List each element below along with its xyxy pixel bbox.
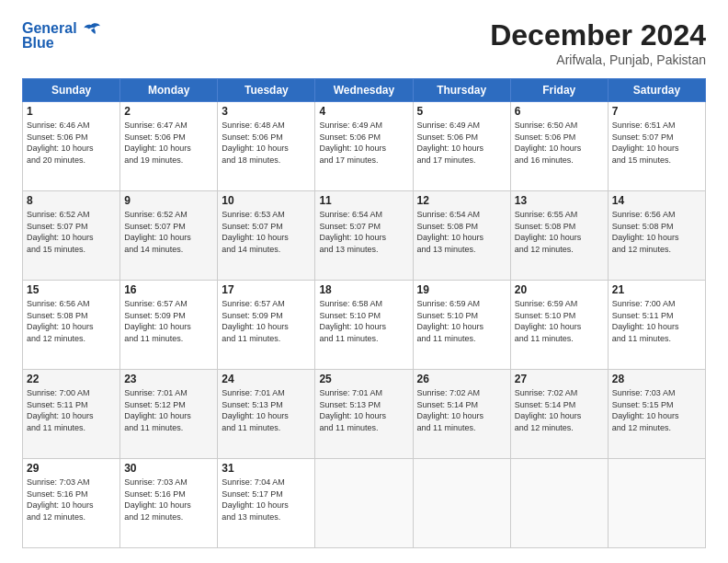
day-20: 20 Sunrise: 6:59 AMSunset: 5:10 PMDaylig… <box>510 281 608 370</box>
logo-blue-text: Blue <box>22 35 54 52</box>
calendar-table: Sunday Monday Tuesday Wednesday Thursday… <box>22 78 706 548</box>
day-16: 16 Sunrise: 6:57 AMSunset: 5:09 PMDaylig… <box>120 281 218 370</box>
col-saturday: Saturday <box>608 79 705 102</box>
col-wednesday: Wednesday <box>315 79 413 102</box>
day-8: 8 Sunrise: 6:52 AMSunset: 5:07 PMDayligh… <box>23 191 120 281</box>
page: General Blue December 2024 Arifwala, Pun… <box>0 0 728 563</box>
day-2: 2 Sunrise: 6:47 AMSunset: 5:06 PMDayligh… <box>120 102 218 191</box>
day-4: 4 Sunrise: 6:49 AMSunset: 5:06 PMDayligh… <box>315 102 413 191</box>
day-11: 11 Sunrise: 6:54 AMSunset: 5:07 PMDaylig… <box>315 191 413 281</box>
day-21: 21 Sunrise: 7:00 AMSunset: 5:11 PMDaylig… <box>608 281 705 370</box>
main-title: December 2024 <box>490 18 706 52</box>
day-15: 15 Sunrise: 6:56 AMSunset: 5:08 PMDaylig… <box>23 281 120 370</box>
day-1: 1 Sunrise: 6:46 AMSunset: 5:06 PMDayligh… <box>23 102 120 191</box>
day-10: 10 Sunrise: 6:53 AMSunset: 5:07 PMDaylig… <box>218 191 315 281</box>
empty-cell-4 <box>608 459 705 548</box>
day-12: 12 Sunrise: 6:54 AMSunset: 5:08 PMDaylig… <box>413 191 510 281</box>
week-4: 22 Sunrise: 7:00 AMSunset: 5:11 PMDaylig… <box>23 370 706 459</box>
day-18: 18 Sunrise: 6:58 AMSunset: 5:10 PMDaylig… <box>315 281 413 370</box>
week-1: 1 Sunrise: 6:46 AMSunset: 5:06 PMDayligh… <box>23 102 706 191</box>
day-30: 30 Sunrise: 7:03 AMSunset: 5:16 PMDaylig… <box>120 459 218 548</box>
day-7: 7 Sunrise: 6:51 AMSunset: 5:07 PMDayligh… <box>608 102 705 191</box>
day-3: 3 Sunrise: 6:48 AMSunset: 5:06 PMDayligh… <box>218 102 315 191</box>
day-26: 26 Sunrise: 7:02 AMSunset: 5:14 PMDaylig… <box>413 370 510 459</box>
col-friday: Friday <box>510 79 608 102</box>
week-5: 29 Sunrise: 7:03 AMSunset: 5:16 PMDaylig… <box>23 459 706 548</box>
empty-cell-1 <box>315 459 413 548</box>
logo: General Blue <box>22 18 101 52</box>
day-14: 14 Sunrise: 6:56 AMSunset: 5:08 PMDaylig… <box>608 191 705 281</box>
day-19: 19 Sunrise: 6:59 AMSunset: 5:10 PMDaylig… <box>413 281 510 370</box>
title-section: December 2024 Arifwala, Punjab, Pakistan <box>490 18 706 67</box>
col-sunday: Sunday <box>23 79 120 102</box>
subtitle: Arifwala, Punjab, Pakistan <box>490 52 706 67</box>
day-27: 27 Sunrise: 7:02 AMSunset: 5:14 PMDaylig… <box>510 370 608 459</box>
calendar-header-row: Sunday Monday Tuesday Wednesday Thursday… <box>23 79 706 102</box>
day-31: 31 Sunrise: 7:04 AMSunset: 5:17 PMDaylig… <box>218 459 315 548</box>
empty-cell-3 <box>510 459 608 548</box>
day-13: 13 Sunrise: 6:55 AMSunset: 5:08 PMDaylig… <box>510 191 608 281</box>
day-29: 29 Sunrise: 7:03 AMSunset: 5:16 PMDaylig… <box>23 459 120 548</box>
empty-cell-2 <box>413 459 510 548</box>
day-25: 25 Sunrise: 7:01 AMSunset: 5:13 PMDaylig… <box>315 370 413 459</box>
day-6: 6 Sunrise: 6:50 AMSunset: 5:06 PMDayligh… <box>510 102 608 191</box>
day-24: 24 Sunrise: 7:01 AMSunset: 5:13 PMDaylig… <box>218 370 315 459</box>
col-tuesday: Tuesday <box>218 79 315 102</box>
day-9: 9 Sunrise: 6:52 AMSunset: 5:07 PMDayligh… <box>120 191 218 281</box>
week-2: 8 Sunrise: 6:52 AMSunset: 5:07 PMDayligh… <box>23 191 706 281</box>
header: General Blue December 2024 Arifwala, Pun… <box>22 18 706 67</box>
col-monday: Monday <box>120 79 218 102</box>
day-28: 28 Sunrise: 7:03 AMSunset: 5:15 PMDaylig… <box>608 370 705 459</box>
day-23: 23 Sunrise: 7:01 AMSunset: 5:12 PMDaylig… <box>120 370 218 459</box>
col-thursday: Thursday <box>413 79 510 102</box>
week-3: 15 Sunrise: 6:56 AMSunset: 5:08 PMDaylig… <box>23 281 706 370</box>
bird-icon <box>81 18 101 39</box>
day-5: 5 Sunrise: 6:49 AMSunset: 5:06 PMDayligh… <box>413 102 510 191</box>
day-17: 17 Sunrise: 6:57 AMSunset: 5:09 PMDaylig… <box>218 281 315 370</box>
day-22: 22 Sunrise: 7:00 AMSunset: 5:11 PMDaylig… <box>23 370 120 459</box>
